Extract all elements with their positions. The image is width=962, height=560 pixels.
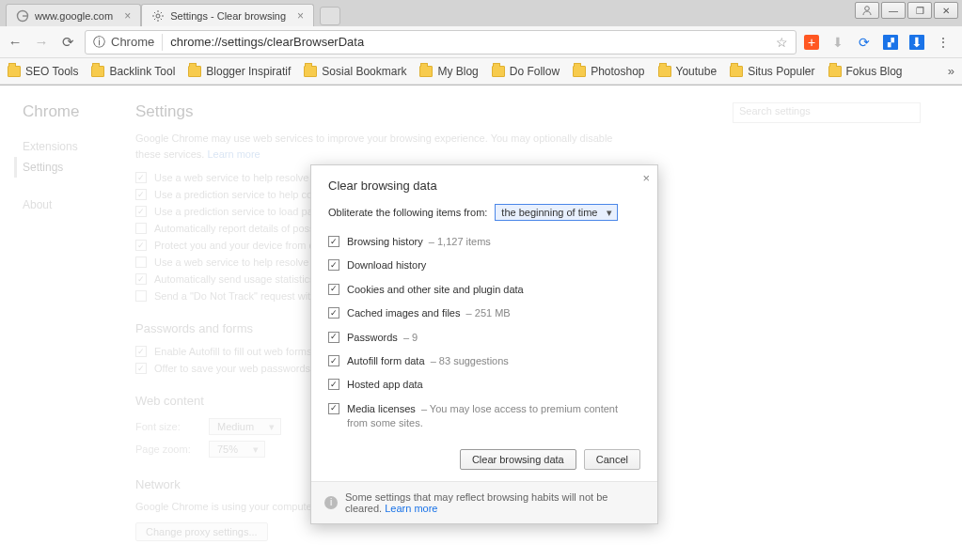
dialog-footer: i Some settings that may reflect browsin… (311, 481, 657, 523)
clear-item-row: Autofill form data – 83 suggestions (328, 350, 640, 373)
maximize-button[interactable]: ❐ (907, 2, 932, 19)
extension-icons: + ⬇ ⟳ ▞ ⬇ ⋮ (804, 35, 956, 50)
close-icon[interactable]: × (297, 9, 304, 23)
origin-chip: ⓘ Chrome (93, 34, 163, 51)
footer-learn-more-link[interactable]: Learn more (385, 503, 437, 514)
bookmark-folder[interactable]: Sosial Bookmark (304, 65, 406, 78)
plus-icon[interactable]: + (804, 35, 819, 50)
folder-icon (8, 66, 21, 77)
clear-item-row: Hosted app data (328, 373, 640, 397)
checkbox[interactable] (328, 307, 339, 319)
checkbox[interactable] (328, 236, 339, 247)
tab-title: www.google.com (35, 10, 113, 22)
item-label: Cached images and files (347, 307, 460, 319)
svg-point-2 (156, 14, 160, 18)
google-g-icon (16, 9, 29, 23)
cancel-button[interactable]: Cancel (584, 449, 640, 470)
close-window-button[interactable]: ✕ (934, 2, 958, 19)
address-bar[interactable]: ⓘ Chrome chrome://settings/clearBrowserD… (85, 30, 796, 54)
checkbox[interactable] (328, 403, 339, 414)
dialog-actions: Clear browsing data Cancel (328, 436, 640, 481)
clear-browsing-data-dialog: × Clear browsing data Obliterate the fol… (310, 164, 658, 524)
bookmark-folder[interactable]: Situs Populer (730, 65, 814, 78)
download-blue-icon[interactable]: ⬇ (909, 35, 924, 50)
item-label: Cookies and other site and plugin data (347, 284, 524, 295)
gear-icon (151, 9, 165, 23)
folder-icon (492, 66, 505, 77)
menu-icon[interactable]: ⋮ (936, 35, 951, 50)
minimize-button[interactable]: — (881, 2, 906, 19)
item-label: Passwords (347, 332, 398, 343)
user-button[interactable] (855, 2, 879, 19)
item-label: Browsing history (347, 236, 423, 247)
close-icon[interactable]: × (124, 9, 131, 23)
bookmark-folder[interactable]: Do Follow (492, 65, 560, 78)
bookmark-folder[interactable]: Blogger Inspiratif (188, 65, 291, 78)
tab-settings[interactable]: Settings - Clear browsing × (141, 4, 314, 26)
content-area: Chrome Extensions Settings About Setting… (0, 86, 962, 560)
forward-button[interactable]: → (32, 34, 51, 50)
item-label: Download history (347, 259, 426, 271)
folder-icon (658, 66, 671, 77)
bookmarks-overflow-icon[interactable]: » (948, 64, 954, 78)
item-sub: – 9 (403, 332, 418, 343)
tab-strip: www.google.com × Settings - Clear browsi… (0, 0, 962, 26)
folder-icon (419, 66, 433, 77)
folder-icon (573, 66, 586, 77)
item-label: Autofill form data (347, 355, 425, 366)
item-sub: – 251 MB (466, 307, 511, 319)
bookmark-folder[interactable]: Photoshop (573, 65, 644, 78)
clear-data-button[interactable]: Clear browsing data (460, 449, 576, 470)
folder-icon (304, 66, 317, 77)
reload-button[interactable]: ⟳ (58, 34, 77, 51)
svg-point-0 (865, 7, 870, 11)
back-button[interactable]: ← (6, 34, 24, 50)
time-range-select[interactable]: the beginning of time (495, 204, 617, 221)
url-text: chrome://settings/clearBrowserData (170, 35, 768, 49)
folder-icon (188, 66, 201, 77)
item-label: Hosted app data (347, 379, 423, 390)
clear-item-row: Download history (328, 254, 640, 277)
folder-icon (91, 66, 104, 77)
bookmark-folder[interactable]: Youtube (658, 65, 718, 78)
tab-google[interactable]: www.google.com × (6, 4, 141, 26)
item-sub: – 1,127 items (429, 236, 491, 247)
time-range-row: Obliterate the following items from: the… (328, 204, 640, 221)
svg-line-7 (154, 12, 155, 13)
clear-item-row: Cached images and files – 251 MB (328, 302, 640, 325)
bookmark-folder[interactable]: My Blog (419, 65, 478, 78)
item-sub: – 83 suggestions (431, 355, 509, 366)
svg-line-10 (154, 18, 155, 19)
bookmark-folder[interactable]: Fokus Blog (828, 65, 903, 78)
checkbox[interactable] (328, 284, 339, 295)
info-icon: i (324, 496, 338, 509)
dialog-close-icon[interactable]: × (642, 171, 650, 185)
checkbox[interactable] (328, 355, 339, 366)
new-tab-button[interactable] (320, 7, 340, 25)
checkbox[interactable] (328, 259, 339, 271)
navigation-row: ← → ⟳ ⓘ Chrome chrome://settings/clearBr… (0, 26, 962, 58)
folder-icon (730, 66, 743, 77)
clear-item-row: Cookies and other site and plugin data (328, 278, 640, 302)
analytics-icon[interactable]: ▞ (883, 35, 898, 50)
tab-title: Settings - Clear browsing (170, 10, 286, 22)
checkbox[interactable] (328, 332, 339, 343)
bookmark-star-icon[interactable]: ☆ (776, 35, 788, 50)
dialog-title: Clear browsing data (328, 179, 640, 193)
window-controls: — ❐ ✕ (855, 2, 958, 19)
download-icon[interactable]: ⬇ (830, 35, 845, 50)
bookmark-folder[interactable]: SEO Tools (8, 65, 78, 78)
sync-icon[interactable]: ⟳ (857, 35, 872, 50)
svg-line-9 (161, 12, 162, 13)
folder-icon (828, 66, 842, 77)
clear-item-row: Media licenses – You may lose access to … (328, 397, 640, 436)
clear-item-row: Passwords – 9 (328, 326, 640, 350)
clear-item-row: Browsing history – 1,127 items (328, 230, 640, 254)
item-label: Media licenses (347, 403, 416, 414)
browser-chrome: — ❐ ✕ www.google.com × Settings - Clear … (0, 0, 962, 86)
bookmarks-bar: SEO Tools Backlink Tool Blogger Inspirat… (0, 58, 962, 85)
bookmark-folder[interactable]: Backlink Tool (91, 65, 175, 78)
checkbox[interactable] (328, 379, 339, 390)
svg-line-8 (161, 18, 162, 19)
info-icon: ⓘ (93, 34, 105, 51)
